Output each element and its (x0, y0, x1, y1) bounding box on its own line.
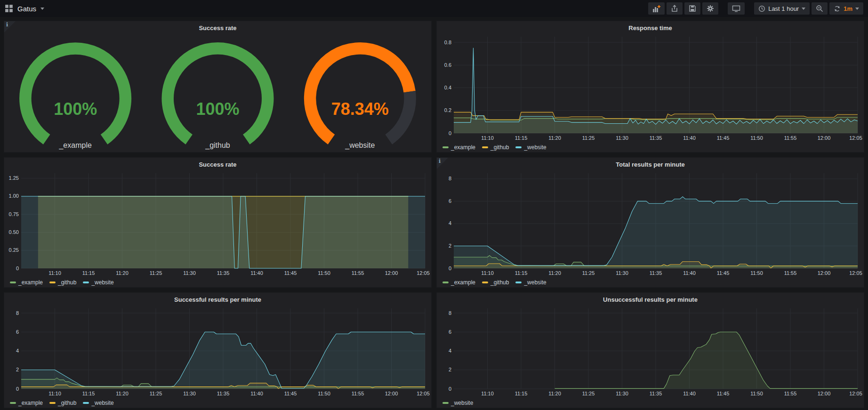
add-panel-button[interactable] (648, 2, 665, 15)
chart-svg: 11:1011:1511:2011:2511:3011:3511:4011:45… (437, 305, 864, 398)
share-button[interactable] (667, 2, 683, 15)
refresh-button[interactable]: 1m (829, 2, 863, 15)
dashboards-grid-icon[interactable] (5, 4, 13, 13)
svg-text:12:05: 12:05 (417, 270, 430, 276)
zoom-out-icon (816, 5, 823, 12)
chevron-down-icon[interactable] (40, 8, 44, 10)
svg-text:11:50: 11:50 (750, 270, 763, 276)
save-button[interactable] (684, 2, 700, 15)
svg-text:8: 8 (449, 310, 451, 316)
svg-text:2: 2 (16, 367, 19, 372)
svg-text:11:40: 11:40 (683, 270, 696, 276)
gauge-arc-_github (168, 48, 268, 139)
gauge-label: _github (205, 141, 230, 150)
svg-text:0.6: 0.6 (444, 62, 451, 68)
panel-total-results: Total results per minute 11:1011:1511:20… (436, 157, 864, 288)
legend-item-_example[interactable]: _example (10, 279, 43, 286)
svg-text:0: 0 (449, 265, 451, 271)
svg-text:11:20: 11:20 (548, 135, 561, 141)
panel-title[interactable]: Unsuccessful results per minute (437, 293, 864, 305)
svg-text:11:20: 11:20 (548, 391, 561, 396)
svg-text:11:55: 11:55 (784, 135, 797, 141)
panel-title[interactable]: Total results per minute (437, 158, 864, 169)
legend-label: _website (524, 144, 546, 151)
svg-text:11:35: 11:35 (217, 391, 230, 396)
legend-label: _website (91, 400, 113, 406)
svg-text:11:50: 11:50 (750, 135, 763, 141)
legend-swatch (482, 146, 488, 148)
svg-text:0: 0 (449, 130, 451, 136)
svg-text:11:10: 11:10 (481, 135, 494, 141)
svg-text:11:30: 11:30 (183, 391, 196, 396)
chart-plot[interactable]: 11:1011:1511:2011:2511:3011:3511:4011:45… (437, 33, 864, 142)
chart-legend: _example_github_website (437, 142, 864, 152)
legend-item-_website[interactable]: _website (83, 400, 113, 406)
legend-item-_github[interactable]: _github (482, 279, 509, 286)
chart-plot[interactable]: 11:1011:1511:2011:2511:3011:3511:4011:45… (437, 169, 864, 277)
svg-text:11:40: 11:40 (683, 135, 696, 141)
svg-text:12:00: 12:00 (385, 391, 398, 396)
svg-text:6: 6 (449, 329, 451, 335)
svg-text:4: 4 (449, 220, 451, 226)
panel-title[interactable]: Success rate (4, 21, 431, 33)
panel-unsuccessful-results: Unsuccessful results per minute 11:1011:… (436, 292, 864, 408)
dashboard-grid: Success rate 100%_example100%_github78.3… (0, 17, 868, 410)
chart-plot[interactable]: 11:1011:1511:2011:2511:3011:3511:4011:45… (437, 305, 864, 398)
legend-item-_github[interactable]: _github (49, 279, 76, 286)
panel-title[interactable]: Successful results per minute (4, 293, 431, 305)
chart-plot[interactable]: 11:1011:1511:2011:2511:3011:3511:4011:45… (4, 169, 431, 277)
panel-info-icon[interactable] (437, 158, 448, 169)
svg-text:11:50: 11:50 (318, 391, 330, 396)
chart-legend: _example_github_website (4, 277, 431, 287)
svg-text:11:55: 11:55 (352, 391, 364, 396)
panel-info-icon[interactable] (4, 21, 16, 32)
legend-item-_example[interactable]: _example (442, 144, 475, 151)
panel-title[interactable]: Response time (437, 21, 864, 33)
legend-item-_website[interactable]: _website (83, 279, 113, 286)
dashboard-title[interactable]: Gatus (17, 5, 36, 13)
gauge-plot[interactable]: 100%_example100%_github78.34%_website (4, 33, 431, 152)
svg-text:11:20: 11:20 (116, 391, 129, 396)
legend-item-_github[interactable]: _github (49, 400, 76, 406)
legend-label: _example (451, 279, 475, 286)
svg-text:11:55: 11:55 (352, 270, 364, 276)
legend-label: _github (58, 279, 76, 286)
svg-text:6: 6 (449, 198, 451, 204)
svg-text:1.25: 1.25 (9, 175, 19, 181)
svg-text:11:35: 11:35 (650, 391, 662, 396)
tv-mode-button[interactable] (728, 2, 745, 15)
time-picker-button[interactable]: Last 1 hour (754, 2, 810, 15)
svg-text:11:50: 11:50 (750, 391, 763, 396)
chart-svg: 11:1011:1511:2011:2511:3011:3511:4011:45… (437, 33, 864, 142)
chart-svg: 11:1011:1511:2011:2511:3011:3511:4011:45… (4, 305, 431, 398)
panel-title[interactable]: Success rate (4, 158, 431, 169)
svg-text:11:50: 11:50 (318, 270, 330, 276)
legend-label: _github (490, 279, 509, 286)
settings-button[interactable] (702, 2, 718, 15)
svg-text:0.75: 0.75 (9, 211, 19, 217)
legend-swatch (515, 281, 522, 283)
svg-text:11:10: 11:10 (481, 391, 494, 396)
svg-text:11:15: 11:15 (515, 270, 528, 276)
legend-swatch (10, 402, 16, 404)
legend-swatch (49, 402, 56, 404)
gauge-value: 100% (196, 99, 239, 119)
svg-text:12:05: 12:05 (417, 391, 430, 396)
svg-text:0.2: 0.2 (444, 107, 451, 113)
legend-swatch (10, 281, 16, 283)
legend-item-_website[interactable]: _website (515, 279, 546, 286)
legend-item-_website[interactable]: _website (442, 400, 473, 406)
refresh-icon (834, 5, 841, 12)
svg-text:0: 0 (16, 386, 19, 392)
svg-text:11:45: 11:45 (284, 391, 297, 396)
legend-item-_example[interactable]: _example (10, 400, 43, 406)
chart-plot[interactable]: 11:1011:1511:2011:2511:3011:3511:4011:45… (4, 305, 431, 398)
svg-text:2: 2 (449, 367, 451, 372)
svg-text:12:00: 12:00 (818, 270, 831, 276)
navbar: Gatus Last 1 hour 1m (0, 0, 868, 17)
svg-text:11:25: 11:25 (582, 270, 595, 276)
legend-item-_website[interactable]: _website (515, 144, 546, 151)
zoom-out-button[interactable] (812, 2, 828, 15)
legend-item-_github[interactable]: _github (482, 144, 509, 151)
legend-item-_example[interactable]: _example (442, 279, 475, 286)
